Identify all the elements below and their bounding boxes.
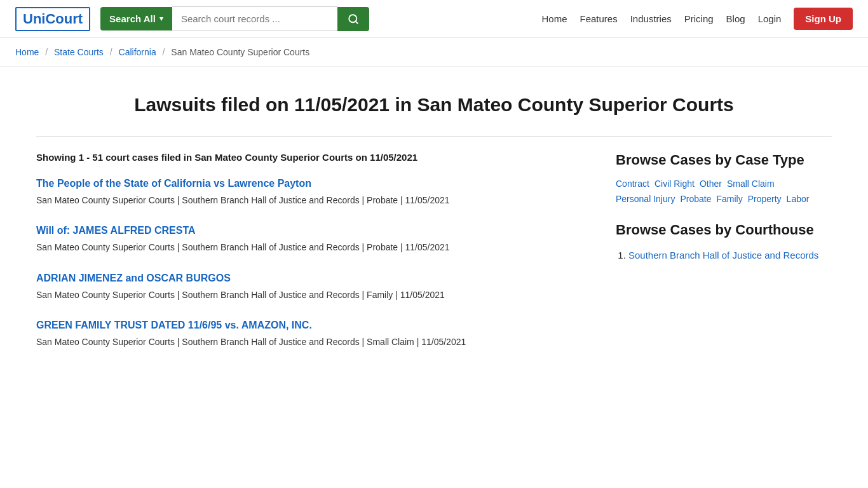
case-title-3[interactable]: ADRIAN JIMENEZ and OSCAR BURGOS [36,273,590,284]
breadcrumb-state-courts[interactable]: State Courts [54,47,104,57]
case-type-small-claim[interactable]: Small Claim [727,179,775,189]
case-type-property[interactable]: Property [748,194,782,204]
logo[interactable]: UniCourt [15,7,90,31]
breadcrumb-home[interactable]: Home [15,47,39,57]
nav-pricing[interactable]: Pricing [684,13,714,24]
case-title-2[interactable]: Will of: JAMES ALFRED CRESTA [36,225,590,236]
case-meta-3: San Mateo County Superior Courts | South… [36,288,590,302]
main-container: Lawsuits filed on 11/05/2021 in San Mate… [21,67,847,380]
case-type-personal-injury[interactable]: Personal Injury [616,194,675,204]
svg-line-1 [355,21,357,23]
breadcrumb-sep-1: / [45,47,48,57]
header: UniCourt Search All ▾ Home Features Indu… [0,0,868,38]
right-column: Browse Cases by Case Type Contract Civil… [616,152,832,267]
nav-industries[interactable]: Industries [630,13,672,24]
browse-by-type-title: Browse Cases by Case Type [616,152,832,168]
breadcrumb-sep-3: / [163,47,165,57]
browse-by-courthouse-title: Browse Cases by Courthouse [616,222,832,238]
courthouse-item-1: Southern Branch Hall of Justice and Reco… [628,248,832,263]
case-meta-1: San Mateo County Superior Courts | South… [36,193,590,207]
divider [36,136,832,137]
courthouse-list: Southern Branch Hall of Justice and Reco… [616,248,832,263]
search-submit-button[interactable] [337,7,369,31]
case-type-civil-right[interactable]: Civil Right [654,179,695,189]
case-type-contract[interactable]: Contract [616,179,649,189]
left-column: Showing 1 - 51 court cases filed in San … [36,152,590,367]
case-item-1: The People of the State of California vs… [36,178,590,207]
breadcrumb-sep-2: / [110,47,112,57]
search-all-label: Search All [109,13,156,24]
case-type-labor[interactable]: Labor [787,194,810,204]
nav-login[interactable]: Login [758,13,782,24]
breadcrumb-california[interactable]: California [119,47,156,57]
signup-label: Sign Up [805,13,841,24]
case-item-4: GREEN FAMILY TRUST DATED 11/6/95 vs. AMA… [36,320,590,349]
nav-home[interactable]: Home [541,13,567,24]
case-meta-4: San Mateo County Superior Courts | South… [36,335,590,349]
logo-court-text: Court [45,11,83,27]
nav-blog[interactable]: Blog [726,13,745,24]
case-title-1[interactable]: The People of the State of California vs… [36,178,590,189]
search-input[interactable] [172,6,337,31]
page-title: Lawsuits filed on 11/05/2021 in San Mate… [36,92,832,117]
case-meta-2: San Mateo County Superior Courts | South… [36,240,590,254]
case-item-3: ADRIAN JIMENEZ and OSCAR BURGOS San Mate… [36,273,590,302]
case-type-family[interactable]: Family [716,194,742,204]
courthouse-link-1[interactable]: Southern Branch Hall of Justice and Reco… [628,250,818,261]
case-title-4[interactable]: GREEN FAMILY TRUST DATED 11/6/95 vs. AMA… [36,320,590,331]
nav-links: Home Features Industries Pricing Blog Lo… [541,8,853,30]
nav-features[interactable]: Features [580,13,617,24]
case-type-probate[interactable]: Probate [680,194,711,204]
case-item-2: Will of: JAMES ALFRED CRESTA San Mateo C… [36,225,590,254]
case-type-other[interactable]: Other [700,179,722,189]
case-type-tags: Contract Civil Right Other Small Claim P… [616,179,832,204]
breadcrumb-current: San Mateo County Superior Courts [171,47,309,57]
chevron-down-icon: ▾ [159,15,163,23]
search-icon [348,13,359,25]
logo-uni-text: Uni [23,11,45,27]
search-all-button[interactable]: Search All ▾ [100,7,172,30]
search-bar: Search All ▾ [100,6,369,31]
showing-text: Showing 1 - 51 court cases filed in San … [36,152,590,163]
signup-button[interactable]: Sign Up [794,8,853,30]
breadcrumb: Home / State Courts / California / San M… [0,38,868,67]
content-layout: Showing 1 - 51 court cases filed in San … [36,152,832,367]
